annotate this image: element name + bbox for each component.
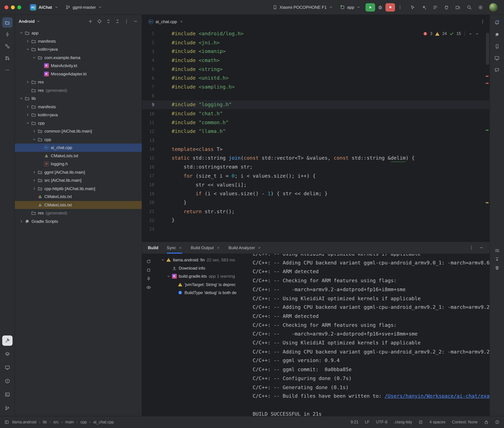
chevron-right-icon[interactable] <box>25 105 30 109</box>
clang-tidy-status[interactable]: .clang-tidy <box>394 420 412 424</box>
build-button[interactable] <box>2 336 12 346</box>
structure-button[interactable] <box>2 41 12 51</box>
chevron-down-icon[interactable] <box>160 258 165 262</box>
chevron-right-icon[interactable] <box>32 178 37 182</box>
soft-wrap-button[interactable] <box>493 247 501 254</box>
run-configuration-selector[interactable]: app <box>338 4 363 11</box>
close-tab-icon[interactable] <box>179 246 182 249</box>
code-with-me-icon[interactable] <box>410 5 415 10</box>
build-options-icon[interactable] <box>469 245 474 250</box>
running-devices-button[interactable] <box>492 53 502 63</box>
more-tool-windows-button[interactable] <box>2 65 12 75</box>
locate-icon[interactable] <box>97 19 102 24</box>
code-line-9[interactable]: 9#include "logging.h" <box>142 100 489 109</box>
project-item-gradle-scripts[interactable]: Gradle Scripts <box>15 217 142 225</box>
previous-issue-icon[interactable] <box>468 32 472 36</box>
minimize-build-icon[interactable] <box>479 245 484 250</box>
build-output-path-link[interactable]: /Users/hanyin/Workspace/ai-chat/examples… <box>385 393 490 399</box>
hide-icon[interactable] <box>133 19 138 24</box>
code-line-23[interactable]: 23 <box>142 225 489 234</box>
inspections-widget[interactable]: 3 24 15 <box>423 31 479 36</box>
project-item-res[interactable]: res(generated) <box>15 209 142 217</box>
code-line-5[interactable]: 5#include <string> <box>142 65 489 74</box>
build-tab-sync[interactable]: Sync <box>167 242 182 254</box>
scroll-to-end-button[interactable] <box>493 255 501 263</box>
settings-gear-icon[interactable] <box>478 5 483 10</box>
close-tab-icon[interactable] <box>257 246 261 249</box>
build-item-jvmtarget-string-is-deprec[interactable]: 'jvmTarget: String' is deprec <box>155 280 249 288</box>
pin-button[interactable] <box>145 275 152 283</box>
plugins-icon[interactable] <box>444 5 449 10</box>
build-item-buildtype-debug-is-both-de[interactable]: BuildType 'debug' is both de <box>155 288 249 297</box>
breadcrumb-item-src[interactable]: src <box>53 420 59 424</box>
profile-avatar[interactable] <box>489 3 498 11</box>
build-item-build-gradle-kts[interactable]: Kbuild.gradle.ktsapp 1 warning <box>155 272 249 280</box>
close-tab-icon[interactable] <box>179 19 183 23</box>
run-button[interactable] <box>366 3 375 11</box>
code-line-15[interactable]: 15static std::string join(const std::vec… <box>142 154 489 163</box>
pull-requests-button[interactable] <box>2 53 12 63</box>
project-item-kotlin-java[interactable]: kotlin+java <box>15 45 142 53</box>
chevron-down-icon[interactable] <box>19 31 24 35</box>
version-control-button[interactable] <box>2 403 12 413</box>
window-layout-icon[interactable] <box>4 420 9 424</box>
code-style-icon[interactable] <box>419 420 423 424</box>
project-item-lib[interactable]: lib <box>15 94 142 103</box>
tab-options-icon[interactable] <box>480 19 485 24</box>
project-item-cpp-httplib-aichat-lib-main[interactable]: cpp-httplib [AiChat.lib.main] <box>15 184 142 193</box>
project-view-mode[interactable]: Android <box>19 19 35 24</box>
context-widget[interactable]: Context: None <box>452 420 478 424</box>
code-line-16[interactable]: 16 std::ostringstream str; <box>142 163 489 172</box>
code-editor[interactable]: 1#include <android/log.h>2#include <jni.… <box>142 28 489 241</box>
project-item-manifests[interactable]: manifests <box>15 103 142 111</box>
project-item-messageadapter-kt[interactable]: KMessageAdapter.kt <box>15 70 142 78</box>
chevron-right-icon[interactable] <box>32 129 37 133</box>
commit-button[interactable] <box>2 29 12 40</box>
chevron-down-icon[interactable] <box>166 274 171 278</box>
chevron-right-icon[interactable] <box>25 113 30 117</box>
project-item-kotlin-java[interactable]: kotlin+java <box>15 111 142 119</box>
analysis-health-icon[interactable] <box>495 420 500 424</box>
collapse-all-icon[interactable] <box>115 19 120 24</box>
code-line-13[interactable]: 13 <box>142 136 489 145</box>
preview-button[interactable] <box>145 284 152 291</box>
more-run-actions-icon[interactable] <box>398 5 402 10</box>
warning-stripe-mark[interactable] <box>486 202 488 203</box>
code-line-7[interactable]: 7#include <sampling.h> <box>142 82 489 91</box>
project-item-common-aichat-lib-main[interactable]: common [AiChat.lib.main] <box>15 127 142 135</box>
vcs-branch-selector[interactable]: ggml-master <box>63 4 104 11</box>
chevron-down-icon[interactable] <box>25 47 30 51</box>
device-selector[interactable]: Xiaomi POCOPHONE F1 <box>270 4 335 11</box>
code-line-10[interactable]: 10#include "chat.h" <box>142 109 489 118</box>
breadcrumb-item-main[interactable]: main <box>65 420 74 424</box>
code-line-14[interactable]: 14template<class T> <box>142 145 489 154</box>
debug-button[interactable] <box>378 5 383 10</box>
file-encoding[interactable]: UTF-8 <box>376 420 387 424</box>
project-item-res[interactable]: res <box>15 78 142 86</box>
editor-tab-ai-chat-cpp[interactable]: C+ ai_chat.cpp <box>145 15 187 28</box>
code-line-17[interactable]: 17 for (size_t i = 0; i < values.size();… <box>142 172 489 180</box>
line-separator[interactable]: LF <box>365 420 369 424</box>
project-item-res[interactable]: res(generated) <box>15 86 142 94</box>
code-line-2[interactable]: 2#include <jni.h> <box>142 38 489 47</box>
stop-process-button[interactable] <box>145 266 152 274</box>
chevron-right-icon[interactable] <box>25 39 30 43</box>
project-item-manifests[interactable]: manifests <box>15 37 142 45</box>
build-variants-button[interactable] <box>2 349 12 359</box>
code-line-20[interactable]: 20 } <box>142 198 489 207</box>
project-item-cmakelists-txt[interactable]: CMakeLists.txt <box>15 152 142 160</box>
chevron-right-icon[interactable] <box>32 187 37 191</box>
project-item-mainactivity-kt[interactable]: KMainActivity.kt <box>15 62 142 70</box>
code-line-11[interactable]: 11#include "common.h" <box>142 118 489 127</box>
code-line-3[interactable]: 3#include <iomanip> <box>142 47 489 56</box>
expand-all-icon[interactable] <box>106 19 111 24</box>
build-tab-build-analyzer[interactable]: Build Analyzer <box>229 242 262 254</box>
project-item-cmakelists-txt[interactable]: CMakeLists.txt <box>15 201 142 209</box>
project-item-ai-chat-cpp[interactable]: C+ai_chat.cpp <box>15 144 142 152</box>
breadcrumb-item-llama-android[interactable]: llama.android <box>12 420 36 424</box>
project-selector[interactable]: AC AiChat <box>28 3 61 12</box>
rerun-button[interactable] <box>145 258 152 265</box>
chevron-right-icon[interactable] <box>25 80 30 84</box>
project-item-cpp[interactable]: cpp <box>15 135 142 144</box>
error-stripe-mark[interactable] <box>486 83 488 84</box>
